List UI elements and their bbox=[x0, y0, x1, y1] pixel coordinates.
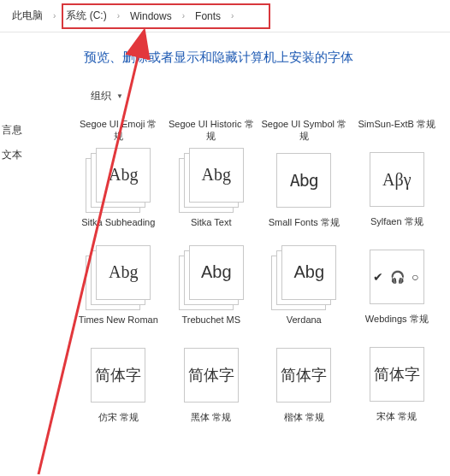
font-name: 宋体 常规 bbox=[376, 410, 417, 434]
chevron-right-icon: › bbox=[50, 11, 59, 21]
font-item[interactable]: Segoe UI Historic 常规 Abg Sitka Text Abg … bbox=[169, 115, 255, 435]
font-name: 仿宋 常规 bbox=[98, 411, 139, 435]
font-name: Small Fonts 常规 bbox=[269, 216, 340, 240]
sidebar-item-info[interactable]: 言息 bbox=[0, 118, 26, 143]
font-sample: ✔ 🎧 ○ bbox=[373, 270, 420, 284]
font-sample: 简体字 bbox=[95, 365, 141, 385]
font-thumbnail: 简体字 bbox=[364, 342, 429, 407]
font-thumbnail: ✔ 🎧 ○ bbox=[364, 244, 429, 309]
font-name: Sitka Subheading bbox=[81, 216, 155, 240]
font-thumbnail: Aβγ bbox=[364, 147, 429, 212]
font-name: Webdings 常规 bbox=[365, 313, 429, 337]
font-item[interactable]: SimSun-ExtB 常规 Aβγ Sylfaen 常规 ✔ 🎧 ○ Webd… bbox=[354, 115, 441, 435]
chevron-right-icon: › bbox=[179, 11, 188, 21]
font-sample: Abg bbox=[109, 165, 138, 185]
font-sample: 简体字 bbox=[188, 365, 234, 385]
font-thumbnail: Abg bbox=[271, 245, 336, 310]
font-name: 楷体 常规 bbox=[284, 411, 324, 435]
toolbar: 组织 ▼ bbox=[0, 81, 450, 115]
font-name: SimSun-ExtB 常规 bbox=[358, 118, 435, 142]
font-item[interactable]: Segoe UI Symbol 常规 Abg Small Fonts 常规 Ab… bbox=[261, 115, 347, 435]
breadcrumb-root[interactable]: 此电脑 bbox=[9, 7, 46, 25]
font-sample: 简体字 bbox=[374, 364, 420, 385]
font-sample: Abg bbox=[293, 262, 324, 282]
breadcrumb: 此电脑 › 系统 (C:) › Windows › Fonts › bbox=[0, 0, 450, 32]
font-name: Segoe UI Emoji 常规 bbox=[75, 118, 162, 143]
font-thumbnail: Abg bbox=[86, 245, 151, 310]
font-thumbnail: Abg bbox=[86, 148, 151, 213]
organize-button[interactable]: 组织 ▼ bbox=[84, 86, 130, 106]
sidebar: 言息 文本 bbox=[0, 118, 26, 167]
font-name: Segoe UI Historic 常规 bbox=[169, 118, 255, 143]
font-item[interactable]: Segoe UI Emoji 常规 Abg Sitka Subheading A… bbox=[75, 115, 162, 435]
font-name: Segoe UI Symbol 常规 bbox=[261, 118, 347, 143]
font-name: Sylfaen 常规 bbox=[370, 215, 423, 239]
font-sample: Abg bbox=[202, 165, 231, 185]
font-sample: Abg bbox=[201, 262, 232, 282]
breadcrumb-windows[interactable]: Windows bbox=[127, 9, 175, 24]
page-title: 预览、删除或者显示和隐藏计算机上安装的字体 bbox=[0, 32, 450, 81]
organize-label: 组织 bbox=[91, 89, 111, 103]
font-name: Verdana bbox=[287, 314, 322, 338]
font-thumbnail: Abg bbox=[179, 245, 244, 310]
font-thumbnail: 简体字 bbox=[179, 343, 244, 408]
font-sample: Aβγ bbox=[382, 170, 411, 190]
font-name: Times New Roman bbox=[79, 314, 158, 338]
font-thumbnail: 简体字 bbox=[271, 343, 336, 408]
breadcrumb-drive[interactable]: 系统 (C:) bbox=[62, 7, 110, 25]
chevron-right-icon: › bbox=[228, 11, 237, 21]
font-thumbnail: Abg bbox=[179, 148, 244, 213]
font-name: 黑体 常规 bbox=[191, 411, 231, 435]
chevron-down-icon: ▼ bbox=[116, 92, 123, 100]
font-grid: Segoe UI Emoji 常规 Abg Sitka Subheading A… bbox=[0, 115, 450, 435]
sidebar-item-text[interactable]: 文本 bbox=[0, 143, 26, 167]
chevron-right-icon: › bbox=[114, 11, 123, 21]
font-name: Trebuchet MS bbox=[181, 314, 240, 338]
font-thumbnail: Abg bbox=[271, 148, 336, 213]
breadcrumb-fonts[interactable]: Fonts bbox=[192, 9, 224, 24]
font-sample: 简体字 bbox=[281, 365, 327, 385]
font-sample: Abg bbox=[290, 170, 318, 191]
font-thumbnail: 简体字 bbox=[86, 343, 151, 408]
font-sample: Abg bbox=[109, 262, 138, 282]
font-name: Sitka Text bbox=[191, 216, 232, 240]
